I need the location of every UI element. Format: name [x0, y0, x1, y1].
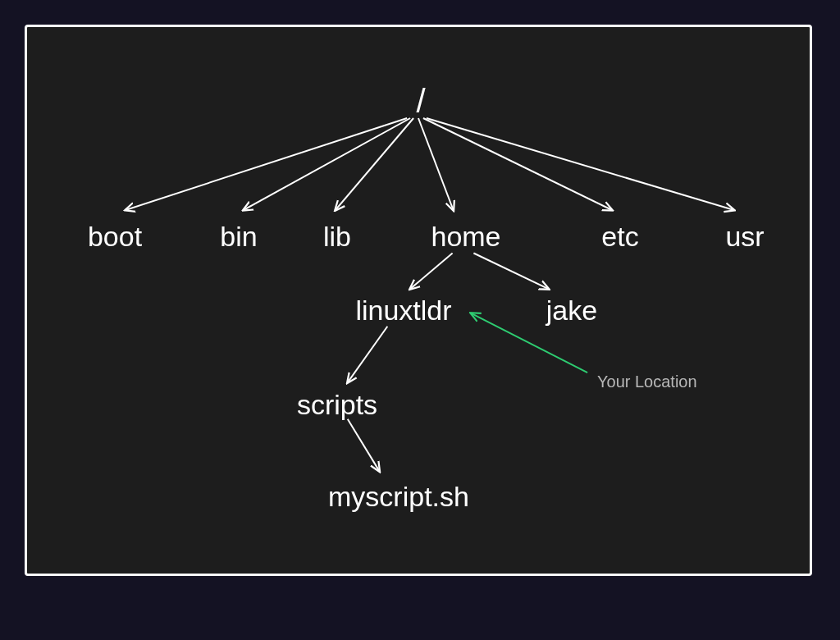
arrow-home-jake	[473, 254, 548, 290]
annotation-your-location: Your Location	[597, 373, 697, 391]
node-scripts: scripts	[297, 389, 377, 421]
node-etc: etc	[601, 221, 638, 253]
node-bin: bin	[220, 221, 257, 253]
node-boot: boot	[88, 221, 142, 253]
arrow-home-linuxtldr	[410, 254, 453, 290]
arrow-root-lib	[336, 118, 413, 210]
node-lib: lib	[323, 221, 351, 253]
arrow-linuxtldr-scripts	[348, 327, 388, 382]
node-usr: usr	[725, 221, 764, 253]
diagram-frame: / boot bin lib home etc usr linuxtldr ja…	[25, 25, 812, 576]
arrow-root-boot	[126, 118, 407, 210]
node-myscript: myscript.sh	[328, 481, 469, 513]
arrow-scripts-myscript	[348, 419, 380, 471]
node-jake: jake	[546, 295, 597, 327]
arrow-root-home	[418, 118, 454, 210]
node-home: home	[431, 221, 500, 253]
arrow-root-usr	[427, 118, 734, 210]
node-root: /	[416, 83, 425, 120]
node-linuxtldr: linuxtldr	[355, 295, 451, 327]
arrow-root-etc	[423, 118, 612, 210]
